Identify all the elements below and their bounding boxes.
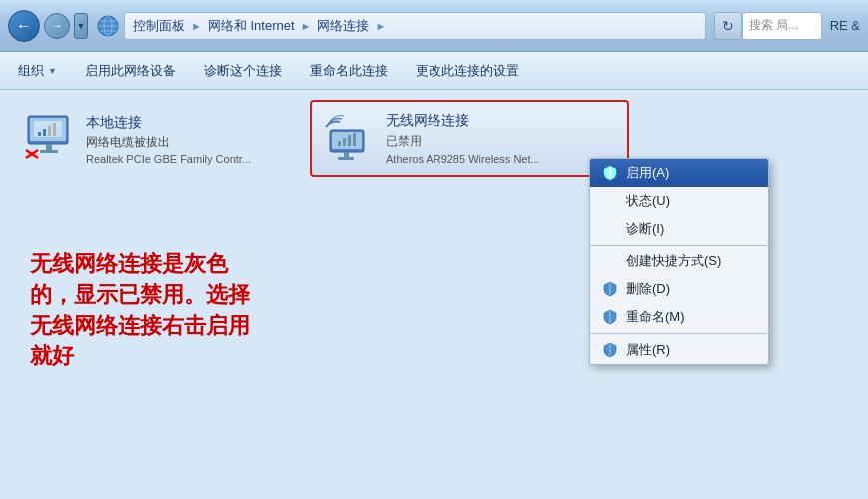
breadcrumb-network[interactable]: 网络和 Internet: [208, 17, 295, 35]
context-menu-enable[interactable]: 启用(A): [590, 159, 768, 187]
breadcrumb-controlpanel[interactable]: 控制面板: [133, 17, 185, 35]
svg-rect-18: [344, 152, 349, 157]
context-menu-sep-2: [590, 333, 768, 334]
toolbar-organize[interactable]: 组织 ▼: [12, 59, 63, 83]
svg-rect-14: [48, 126, 51, 136]
toolbar-rename[interactable]: 重命名此连接: [304, 59, 394, 83]
toolbar-diagnose[interactable]: 诊断这个连接: [198, 59, 288, 83]
context-menu-enable-label: 启用(A): [626, 164, 669, 182]
wireless-monitor-svg: [324, 112, 376, 164]
wireless-connection-status: 已禁用: [386, 133, 540, 150]
spacer-status: [602, 193, 618, 209]
context-menu-diagnose[interactable]: 诊断(I): [590, 215, 768, 243]
svg-rect-17: [332, 132, 362, 149]
local-connection-item[interactable]: 本地连接 网络电缆被拔出 Realtek PCIe GBE Family Con…: [16, 106, 296, 173]
refresh-button[interactable]: ↻: [714, 12, 742, 40]
search-placeholder: 搜索 局...: [749, 17, 798, 34]
spacer-shortcut: [602, 253, 618, 269]
title-bar: ← → ▼ 控制面板 ► 网络和 Internet ► 网络连接 ► ↻ 搜索 …: [0, 0, 868, 52]
context-menu-rename-label: 重命名(M): [626, 308, 685, 326]
svg-rect-23: [353, 133, 356, 146]
wireless-connection-container: 无线网络连接 已禁用 Atheros AR9285 Wireless Net..…: [310, 100, 629, 177]
context-menu-shortcut[interactable]: 创建快捷方式(S): [590, 248, 768, 275]
breadcrumb-connections[interactable]: 网络连接: [317, 17, 369, 35]
window-controls: RE &: [830, 18, 860, 33]
context-menu-delete[interactable]: 删除(D): [590, 275, 768, 303]
annotation-text: 无线网络连接是灰色的，显示已禁用。选择无线网络连接右击启用就好: [30, 250, 270, 372]
context-menu-status-label: 状态(U): [626, 192, 670, 210]
context-menu-delete-label: 删除(D): [626, 280, 670, 298]
shield-icon-rename: [602, 309, 618, 325]
organize-label: 组织: [18, 62, 44, 80]
nav-buttons: ← → ▼: [8, 10, 88, 42]
globe-icon: [96, 14, 120, 38]
spacer-diagnose: [602, 221, 618, 237]
history-dropdown[interactable]: ▼: [74, 13, 88, 39]
organize-arrow: ▼: [48, 66, 57, 76]
local-connection-name: 本地连接: [86, 114, 251, 132]
context-menu: 启用(A) 状态(U) 诊断(I) 创建快捷方式(S) 删除(D): [589, 158, 769, 365]
local-connection-info: 本地连接 网络电缆被拔出 Realtek PCIe GBE Family Con…: [86, 114, 251, 165]
context-menu-rename[interactable]: 重命名(M): [590, 303, 768, 331]
svg-rect-12: [38, 132, 41, 136]
wireless-connection-item[interactable]: 无线网络连接 已禁用 Atheros AR9285 Wireless Net..…: [310, 100, 629, 177]
shield-icon-properties: [602, 342, 618, 358]
wireless-icon: [324, 112, 376, 164]
context-menu-shortcut-label: 创建快捷方式(S): [626, 252, 721, 270]
wireless-connection-adapter: Atheros AR9285 Wireless Net...: [386, 153, 540, 165]
svg-rect-8: [46, 144, 52, 150]
refresh-area: ↻: [714, 12, 742, 40]
toolbar-enable-device[interactable]: 启用此网络设备: [79, 59, 182, 83]
breadcrumb: 控制面板 ► 网络和 Internet ► 网络连接 ►: [124, 12, 706, 40]
shield-icon-delete: [602, 281, 618, 297]
shield-icon-enable: [602, 165, 618, 181]
breadcrumb-sep-2: ►: [301, 20, 312, 32]
rename-label: 重命名此连接: [310, 62, 388, 80]
local-connection-status: 网络电缆被拔出: [86, 134, 251, 151]
window-extra-label: RE &: [830, 18, 860, 33]
svg-rect-13: [43, 129, 46, 136]
forward-button[interactable]: →: [44, 13, 70, 39]
context-menu-sep-1: [590, 245, 768, 246]
change-settings-label: 更改此连接的设置: [416, 62, 519, 80]
breadcrumb-sep-1: ►: [191, 20, 202, 32]
svg-rect-15: [53, 123, 56, 136]
wireless-connection-name: 无线网络连接: [386, 112, 540, 130]
toolbar-change-settings[interactable]: 更改此连接的设置: [410, 59, 525, 83]
svg-rect-20: [338, 141, 341, 146]
enable-device-label: 启用此网络设备: [85, 62, 176, 80]
context-menu-properties[interactable]: 属性(R): [590, 336, 768, 364]
svg-rect-19: [338, 157, 354, 160]
local-connection-icon: [24, 114, 76, 162]
diagnose-label: 诊断这个连接: [204, 62, 282, 80]
context-menu-status[interactable]: 状态(U): [590, 187, 768, 215]
search-box[interactable]: 搜索 局...: [742, 12, 822, 40]
svg-rect-9: [40, 150, 58, 153]
svg-rect-22: [348, 135, 351, 146]
toolbar: 组织 ▼ 启用此网络设备 诊断这个连接 重命名此连接 更改此连接的设置: [0, 52, 868, 90]
context-menu-properties-label: 属性(R): [626, 341, 670, 359]
context-menu-diagnose-label: 诊断(I): [626, 220, 664, 238]
svg-rect-21: [343, 138, 346, 146]
computer-monitor-svg: [24, 114, 76, 160]
breadcrumb-sep-3: ►: [375, 20, 386, 32]
local-connection-adapter: Realtek PCIe GBE Family Contr...: [86, 153, 251, 165]
wireless-connection-info: 无线网络连接 已禁用 Atheros AR9285 Wireless Net..…: [386, 112, 540, 165]
back-button[interactable]: ←: [8, 10, 40, 42]
content-area: 本地连接 网络电缆被拔出 Realtek PCIe GBE Family Con…: [0, 90, 868, 499]
